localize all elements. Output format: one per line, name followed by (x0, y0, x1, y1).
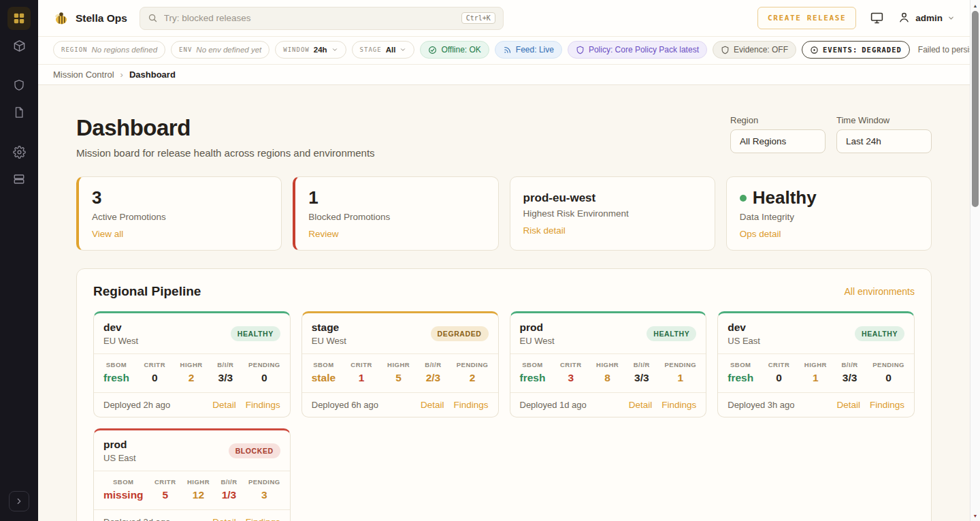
active-promotions-card: 3 Active Promotions View all (76, 176, 282, 251)
metric-header-critr: CRITR (768, 361, 790, 368)
search-icon (148, 13, 158, 23)
blocked-promotions-card: 1 Blocked Promotions Review (293, 176, 498, 251)
ops-detail-link[interactable]: Ops detail (740, 229, 781, 239)
env-name: prod (520, 321, 555, 334)
active-promotions-value: 3 (92, 187, 268, 208)
context-bar: REGION No regions defined ENV No env def… (38, 37, 970, 65)
findings-link[interactable]: Findings (246, 517, 280, 521)
grid-icon (13, 12, 25, 25)
stage-pill-value: All (386, 46, 396, 54)
review-link[interactable]: Review (308, 229, 338, 239)
findings-link[interactable]: Findings (246, 400, 280, 410)
sidebar-item-settings[interactable] (7, 140, 31, 163)
env-name: prod (103, 439, 136, 451)
shield-icon (576, 46, 585, 54)
region-filter: Region All Regions (730, 115, 826, 153)
data-integrity-value-text: Healthy (753, 187, 817, 208)
metric-highr: 8 (596, 372, 619, 384)
bee-icon (53, 10, 69, 27)
env-name: dev (103, 321, 138, 334)
sidebar-item-infrastructure[interactable] (7, 168, 31, 191)
scrollbar-thumb[interactable] (972, 11, 979, 207)
time-window-select[interactable]: Last 24h (836, 129, 932, 153)
metric-header-critr: CRITR (560, 361, 582, 368)
metric-highr: 5 (387, 372, 410, 384)
scroll-up-arrow[interactable]: ▲ (970, 1, 980, 10)
policy-status-chip: Policy: Core Policy Pack latest (568, 41, 707, 59)
user-menu[interactable]: admin (898, 11, 955, 26)
chevron-right-icon (14, 496, 24, 506)
regional-pipeline-panel: Regional Pipeline All environments dev E… (76, 268, 932, 521)
metric-pending: 2 (457, 372, 489, 384)
pipeline-card-prod-eu-west: prod EU West HEALTHY SBOMfresh CRITR3 HI… (510, 311, 707, 417)
events-label: EVENTS: (823, 46, 858, 54)
view-all-link[interactable]: View all (92, 229, 123, 239)
rss-icon (503, 46, 512, 54)
sidebar-expand-button[interactable] (9, 491, 29, 511)
data-integrity-label: Data Integrity (740, 212, 918, 222)
findings-link[interactable]: Findings (662, 400, 696, 410)
sidebar-item-releases[interactable] (7, 34, 31, 57)
metric-highr: 2 (180, 372, 203, 384)
breadcrumb-separator-icon: › (120, 69, 123, 80)
gear-icon (13, 146, 26, 159)
policy-status-text: Policy: Core Policy Pack latest (589, 45, 699, 54)
risk-detail-link[interactable]: Risk detail (523, 225, 566, 236)
sidebar-item-security[interactable] (7, 74, 31, 97)
all-environments-link[interactable]: All environments (845, 286, 915, 297)
metric-header-pending: PENDING (248, 361, 280, 368)
metric-pending: 0 (248, 372, 280, 384)
sidebar-item-dashboard[interactable] (7, 7, 31, 30)
breadcrumb-mission-control[interactable]: Mission Control (53, 69, 114, 80)
main-content: Dashboard Mission board for release heal… (38, 85, 970, 521)
sidebar-item-reports[interactable] (7, 101, 31, 124)
findings-link[interactable]: Findings (453, 400, 488, 410)
detail-link[interactable]: Detail (212, 400, 236, 410)
blocked-promotions-value: 1 (308, 187, 485, 208)
env-name: stage (312, 321, 346, 334)
metric-header-highr: HIGHR (387, 361, 410, 368)
server-icon (13, 173, 25, 185)
active-promotions-label: Active Promotions (92, 212, 268, 222)
create-release-button[interactable]: CREATE RELEASE (757, 7, 856, 29)
findings-link[interactable]: Findings (870, 400, 904, 410)
metric-critr: 1 (350, 372, 372, 384)
stage-context-pill[interactable]: STAGE All (352, 41, 415, 59)
metric-critr: 0 (768, 372, 790, 384)
chevron-down-icon (331, 46, 338, 53)
sidebar (0, 0, 38, 521)
metric-header-highr: HIGHR (187, 478, 210, 486)
detail-link[interactable]: Detail (629, 400, 653, 410)
metric-header-pending: PENDING (248, 478, 280, 486)
detail-link[interactable]: Detail (836, 400, 860, 410)
metric-header-bir: B/I/R (217, 361, 233, 368)
metric-bir: 3/3 (842, 372, 858, 384)
metric-sbom: missing (103, 489, 144, 501)
scroll-down-arrow[interactable]: ▼ (970, 511, 980, 520)
pipeline-card-stage-eu-west: stage EU West DEGRADED SBOMstale CRITR1 … (301, 311, 499, 417)
blocked-promotions-label: Blocked Promotions (308, 212, 485, 222)
page-title: Dashboard (76, 115, 375, 141)
healthy-dot-icon (740, 195, 747, 202)
status-badge: HEALTHY (855, 326, 904, 341)
detail-link[interactable]: Detail (421, 400, 444, 410)
pipeline-card-prod-us-east: prod US East BLOCKED SBOMmissing CRITR5 … (93, 428, 291, 521)
metric-pending: 1 (664, 372, 696, 384)
detail-link[interactable]: Detail (212, 517, 236, 521)
metric-critr: 5 (154, 489, 176, 501)
env-name: dev (728, 321, 760, 334)
search-input[interactable] (164, 13, 455, 23)
evidence-status-text: Evidence: OFF (734, 45, 788, 54)
metric-sbom: fresh (728, 372, 753, 384)
metric-header-pending: PENDING (664, 361, 696, 368)
region-pill-label: REGION (61, 46, 88, 53)
region-select[interactable]: All Regions (730, 129, 826, 153)
window-context-pill[interactable]: WINDOW 24h (275, 41, 346, 59)
metric-header-sbom: SBOM (103, 478, 144, 486)
deployed-text: Deployed 3h ago (728, 400, 794, 410)
deployed-text: Deployed 2h ago (103, 400, 170, 410)
display-toggle-button[interactable] (870, 11, 884, 25)
metric-critr: 3 (560, 372, 582, 384)
scrollbar[interactable]: ▲ ▼ (970, 0, 980, 521)
metric-header-highr: HIGHR (804, 361, 827, 368)
